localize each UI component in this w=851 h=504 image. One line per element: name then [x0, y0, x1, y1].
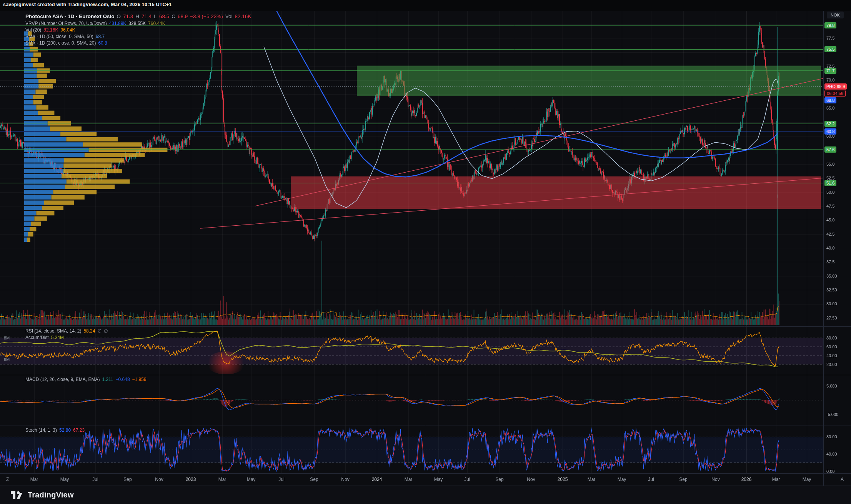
price-scale-badge: 51.6: [824, 180, 836, 186]
time-axis-label: Jul: [464, 477, 470, 482]
price-scale-label: 70.0: [826, 78, 834, 82]
pane-scale-label: 60.00: [826, 344, 837, 349]
pane-scale-label: 80.00: [826, 336, 837, 340]
pane-scale-label: 20.00: [826, 362, 837, 367]
price-scale[interactable]: NOK 77.572.570.065.060.055.052.550.047.5…: [823, 0, 851, 486]
time-axis-label: May: [60, 477, 69, 482]
price-scale-badge: 68.8: [824, 97, 836, 103]
time-axis-label: May: [803, 477, 811, 482]
price-scale-badge: 60.8: [824, 128, 836, 135]
attribution-bar: savepiginvest created with TradingView.c…: [0, 0, 851, 11]
price-scale-badge: 79.8: [824, 22, 836, 28]
price-scale-label: 65.0: [826, 106, 834, 110]
time-axis-label: Mar: [30, 477, 38, 482]
tradingview-chart-window: savepiginvest created with TradingView.c…: [0, 0, 851, 504]
price-scale-badge: 06:04:56: [824, 90, 846, 97]
time-axis-label: Sep: [495, 477, 503, 482]
price-scale-label: 35.00: [826, 274, 837, 278]
price-scale-label: 27.50: [826, 316, 837, 320]
chart-canvas[interactable]: [0, 0, 851, 504]
price-scale-badge: 62.2: [824, 121, 836, 127]
price-scale-label: 50.0: [826, 190, 834, 195]
price-scale-badge: 75.5: [824, 46, 836, 52]
price-scale-label: 42.5: [826, 232, 834, 236]
time-axis-label: May: [434, 477, 443, 482]
pane-scale-label: 80.00: [826, 434, 837, 439]
time-axis-label: Sep: [123, 477, 132, 482]
time-axis-label: Nov: [155, 477, 163, 482]
accum-dist-scale-label: 6M: [4, 357, 10, 362]
price-scale-label: 40.0: [826, 246, 834, 250]
accum-dist-scale-label: 8M: [4, 336, 10, 340]
time-axis-label: 2025: [558, 477, 568, 482]
price-scale-label: 55.0: [826, 162, 834, 166]
time-axis-label: Mar: [405, 477, 413, 482]
timezone-button[interactable]: Z: [6, 477, 9, 482]
time-axis-label: Sep: [679, 477, 687, 482]
price-scale-label: 45.0: [826, 218, 834, 222]
time-axis-label: Jul: [278, 477, 284, 482]
time-axis-label: 2023: [186, 477, 196, 482]
price-scale-label: 47.5: [826, 204, 834, 208]
time-axis[interactable]: MarMayJulSepNov2023MarMayJulSepNov2024Ma…: [0, 473, 851, 486]
attribution-text: savepiginvest created with TradingView.c…: [3, 2, 172, 7]
time-axis-label: Jul: [92, 477, 98, 482]
pane-scale-label: 40.00: [826, 353, 837, 358]
time-axis-label: Jul: [648, 477, 654, 482]
price-scale-label: 77.5: [826, 36, 834, 40]
time-axis-label: Mar: [588, 477, 596, 482]
bottom-toolbar: TradingView: [0, 486, 851, 504]
price-scale-badge: PHO 68.9: [824, 83, 847, 90]
time-axis-label: May: [247, 477, 256, 482]
time-axis-label: May: [618, 477, 626, 482]
time-axis-label: Mar: [772, 477, 780, 482]
price-scale-label: 32.50: [826, 288, 837, 292]
pane-scale-label: 40.00: [826, 452, 837, 456]
tradingview-logo-icon[interactable]: [10, 490, 23, 500]
pane-scale-label: 5.000: [826, 384, 837, 388]
time-axis-label: Mar: [218, 477, 226, 482]
currency-button[interactable]: NOK: [827, 12, 844, 18]
price-scale-badge: 71.7: [824, 68, 836, 74]
autoscale-button[interactable]: A: [841, 477, 844, 482]
tradingview-brand[interactable]: TradingView: [28, 491, 74, 499]
time-axis-label: Nov: [341, 477, 349, 482]
time-axis-label: 2026: [741, 477, 752, 482]
time-axis-label: 2024: [372, 477, 382, 482]
time-axis-label: Nov: [527, 477, 535, 482]
time-axis-label: Nov: [711, 477, 719, 482]
time-axis-label: Sep: [310, 477, 318, 482]
price-scale-label: 30.00: [826, 301, 837, 306]
price-scale-label: 37.5: [826, 259, 834, 264]
price-scale-badge: 57.6: [824, 146, 836, 153]
pane-scale-label: -5.000: [826, 412, 838, 417]
